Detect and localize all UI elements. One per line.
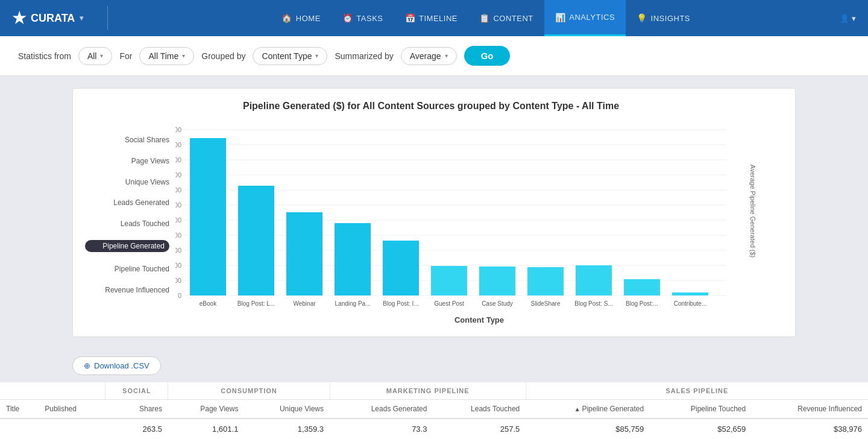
- cell-leads-touched: 257.5: [433, 418, 526, 439]
- bar-ebook[interactable]: eBook: [190, 138, 226, 307]
- analytics-icon: 📊: [555, 13, 566, 22]
- time-select[interactable]: All Time ▾: [139, 47, 194, 65]
- content-type-chevron-icon: ▾: [315, 52, 318, 59]
- svg-rect-41: [576, 265, 612, 295]
- svg-text:Average Pipeline Generated ($): Average Pipeline Generated ($): [749, 165, 756, 258]
- sort-icon: ▲: [574, 406, 582, 412]
- user-icon: 👤: [840, 14, 849, 23]
- nav-analytics-label: ANALYTICS: [569, 13, 615, 22]
- nav-analytics[interactable]: 📊 ANALYTICS: [544, 0, 626, 36]
- legend-unique-views[interactable]: Unique Views: [85, 178, 169, 186]
- bar-landing-page[interactable]: Landing Pa...: [335, 223, 371, 307]
- legend-pipeline-touched[interactable]: Pipeline Touched: [85, 265, 169, 273]
- svg-text:Blog Post:...: Blog Post:...: [626, 300, 658, 307]
- main-nav: ★ CURATA ▾ 🏠 HOME ⏰ TASKS 📅 TIMELINE 📋 C…: [0, 0, 868, 36]
- bar-slideshare[interactable]: SlideShare: [527, 267, 564, 307]
- star-icon: ★: [12, 9, 26, 28]
- legend-page-views[interactable]: Page Views: [85, 157, 169, 165]
- nav-insights-label: INSIGHTS: [651, 14, 690, 23]
- group-consumption: CONSUMPTION: [168, 382, 330, 400]
- svg-text:Contribute...: Contribute...: [674, 300, 706, 307]
- group-empty: [0, 382, 105, 400]
- table-section: ⊕ Download .CSV SOCIAL CONSUMPTION MARKE…: [0, 349, 868, 439]
- user-chevron: ▾: [852, 14, 856, 23]
- svg-rect-43: [624, 279, 660, 295]
- svg-text:550,000: 550,000: [175, 126, 181, 133]
- go-button[interactable]: Go: [464, 46, 511, 66]
- svg-rect-31: [335, 223, 371, 295]
- nav-tasks-label: TASKS: [356, 14, 383, 23]
- toolbar: Statistics from All ▾ For All Time ▾ Gro…: [0, 36, 868, 76]
- cell-revenue-influenced: $38,976: [752, 418, 868, 439]
- bar-webinar[interactable]: Webinar: [286, 212, 322, 307]
- cell-shares: 263.5: [105, 418, 168, 439]
- nav-insights[interactable]: 💡 INSIGHTS: [626, 0, 701, 36]
- svg-rect-37: [479, 267, 515, 295]
- grouped-label: Grouped by: [201, 51, 245, 61]
- brand-dropdown-icon[interactable]: ▾: [80, 14, 83, 22]
- svg-text:250,000: 250,000: [175, 216, 181, 224]
- svg-text:400,000: 400,000: [175, 171, 181, 178]
- svg-text:300,000: 300,000: [175, 201, 181, 209]
- nav-timeline[interactable]: 📅 TIMELINE: [394, 0, 468, 36]
- download-label: Download .CSV: [94, 361, 149, 370]
- cell-pipeline-generated: $85,759: [526, 418, 650, 439]
- for-label: For: [119, 51, 132, 61]
- svg-text:Blog Post: I...: Blog Post: I...: [383, 300, 418, 307]
- bar-blogpost-other[interactable]: Blog Post:...: [624, 279, 660, 307]
- svg-rect-39: [527, 267, 564, 295]
- cell-leads-generated: 73.3: [330, 418, 433, 439]
- nav-timeline-label: TIMELINE: [419, 14, 458, 23]
- table-row: 263.5 1,601.1 1,359.3 73.3 257.5 $85,759…: [0, 418, 868, 439]
- download-bar: ⊕ Download .CSV: [0, 349, 868, 382]
- content-type-select[interactable]: Content Type ▾: [253, 47, 327, 65]
- content-type-value: Content Type: [262, 51, 312, 61]
- brand-name: CURATA: [31, 12, 75, 25]
- legend-pipeline-generated[interactable]: Pipeline Generated: [85, 240, 169, 252]
- user-menu[interactable]: 👤 ▾: [840, 14, 856, 23]
- svg-text:50,000: 50,000: [175, 277, 181, 284]
- legend-revenue-influenced[interactable]: Revenue Influenced: [85, 286, 169, 294]
- svg-text:200,000: 200,000: [175, 232, 181, 239]
- bar-blogpost-s[interactable]: Blog Post: S...: [574, 265, 612, 307]
- all-chevron-icon: ▾: [100, 52, 103, 59]
- svg-text:Blog Post: S...: Blog Post: S...: [574, 300, 612, 307]
- brand-logo[interactable]: ★ CURATA ▾: [12, 9, 83, 28]
- bar-guest-post[interactable]: Guest Post: [431, 266, 467, 307]
- col-pipeline-generated[interactable]: ▲ Pipeline Generated: [526, 400, 650, 419]
- svg-text:Landing Pa...: Landing Pa...: [335, 300, 371, 307]
- svg-text:SlideShare: SlideShare: [531, 300, 561, 307]
- col-page-views: Page Views: [168, 400, 244, 419]
- svg-text:500,000: 500,000: [175, 141, 181, 148]
- bar-contribute[interactable]: Contribute...: [672, 292, 708, 307]
- col-published: Published: [39, 400, 105, 419]
- bar-case-study[interactable]: Case Study: [479, 267, 515, 307]
- table-group-header-row: SOCIAL CONSUMPTION MARKETING PIPELINE SA…: [0, 382, 868, 400]
- data-table: SOCIAL CONSUMPTION MARKETING PIPELINE SA…: [0, 382, 868, 439]
- stats-label: Statistics from: [18, 51, 71, 61]
- svg-rect-25: [190, 138, 226, 295]
- time-chevron-icon: ▾: [182, 52, 185, 59]
- legend-social-shares[interactable]: Social Shares: [85, 136, 169, 144]
- svg-text:450,000: 450,000: [175, 156, 181, 163]
- col-unique-views: Unique Views: [244, 400, 330, 419]
- legend-leads-generated[interactable]: Leads Generated: [85, 198, 169, 207]
- table-col-header-row: Title Published Shares Page Views Unique…: [0, 400, 868, 419]
- download-csv-button[interactable]: ⊕ Download .CSV: [72, 356, 161, 375]
- chart-legend: Social Shares Page Views Unique Views Le…: [79, 124, 175, 324]
- bar-blogpost-i[interactable]: Blog Post: I...: [383, 241, 419, 307]
- all-select[interactable]: All ▾: [78, 47, 113, 65]
- group-social: SOCIAL: [105, 382, 168, 400]
- svg-rect-27: [238, 186, 274, 295]
- nav-tasks[interactable]: ⏰ TASKS: [332, 0, 394, 36]
- average-select[interactable]: Average ▾: [401, 47, 457, 65]
- all-value: All: [87, 51, 97, 61]
- bar-blogpost-l[interactable]: Blog Post: L...: [237, 186, 275, 307]
- group-sales-pipeline: SALES PIPELINE: [526, 382, 868, 400]
- main-content: Pipeline Generated ($) for All Content S…: [0, 76, 868, 439]
- chart-title: Pipeline Generated ($) for All Content S…: [79, 101, 783, 112]
- nav-content[interactable]: 📋 CONTENT: [468, 0, 544, 36]
- nav-home[interactable]: 🏠 HOME: [271, 0, 332, 36]
- legend-leads-touched[interactable]: Leads Touched: [85, 220, 169, 228]
- cell-title: [0, 418, 39, 439]
